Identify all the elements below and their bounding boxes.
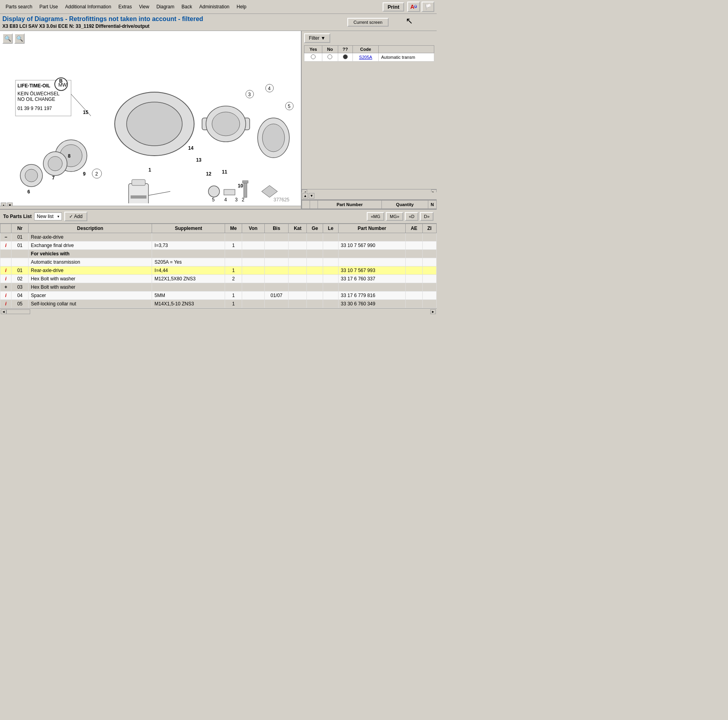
row-me: 1 xyxy=(225,266,242,275)
svg-text:10: 10 xyxy=(238,183,243,189)
svg-text:2: 2 xyxy=(95,171,98,177)
row-bis xyxy=(264,283,289,291)
filter-hscroll[interactable]: ◄ ► xyxy=(302,189,437,192)
parts-toolbar: To Parts List New list ✓ Add «MG MG» «D … xyxy=(0,210,437,224)
row-bis xyxy=(264,300,289,308)
nav-mg-next[interactable]: MG» xyxy=(386,212,403,221)
svg-text:MW: MW xyxy=(58,82,67,88)
row-zi xyxy=(422,291,437,300)
page-subtitle: X3 E83 LCI SAV X3 3.0si ECE N: 33_1192 D… xyxy=(2,23,302,29)
add-button[interactable]: ✓ Add xyxy=(64,212,87,221)
svg-rect-52 xyxy=(244,181,247,197)
row-ae xyxy=(406,241,422,250)
col-kat: Kat xyxy=(289,224,307,233)
menu-parts-search[interactable]: Parts search xyxy=(2,3,35,11)
svg-text:1: 1 xyxy=(148,167,151,173)
panel-nav-down[interactable]: ▼ xyxy=(309,193,314,199)
row-bis xyxy=(264,258,289,266)
row-bis xyxy=(264,250,289,258)
menu-additional-info[interactable]: Additional Information xyxy=(62,3,114,11)
row-desc: Hex Bolt with washer xyxy=(28,283,152,291)
icon-flag-button[interactable]: 🏳️ xyxy=(422,2,434,12)
diagram-content: LIFE-TIME-OIL B MW KEIN ÖLWECHSEL NO OIL… xyxy=(0,31,301,209)
row-me: 2 xyxy=(225,275,242,283)
nav-d-next[interactable]: D» xyxy=(420,212,433,221)
menu-back[interactable]: Back xyxy=(178,3,195,11)
row-von xyxy=(242,266,264,275)
svg-text:5: 5 xyxy=(212,197,215,203)
row-nr: 01 xyxy=(12,241,28,250)
parts-col-n: N xyxy=(428,201,437,209)
filter-content-area xyxy=(302,64,437,189)
filter-yes-radio[interactable] xyxy=(304,53,322,62)
cursor-icon: ↖ xyxy=(406,16,413,26)
filter-table: Yes No ?? Code S205A A xyxy=(304,45,434,62)
row-part-number xyxy=(338,233,406,241)
filter-button[interactable]: Filter ▼ xyxy=(304,33,330,43)
menu-diagram[interactable]: Diagram xyxy=(153,3,177,11)
row-supplement: M12X1,5X80 ZNS3 xyxy=(152,275,225,283)
row-me: 1 xyxy=(225,291,242,300)
row-ge xyxy=(307,241,323,250)
menu-extras[interactable]: Extras xyxy=(115,3,135,11)
row-von xyxy=(242,275,264,283)
svg-text:3: 3 xyxy=(235,197,238,203)
print-button[interactable]: Print xyxy=(383,2,404,12)
svg-text:NO OIL CHANGE: NO OIL CHANGE xyxy=(17,97,55,102)
parts-header-section: Part Number Quantity N xyxy=(302,199,437,209)
row-icon: + xyxy=(0,283,12,291)
menu-view[interactable]: View xyxy=(136,3,152,11)
row-nr xyxy=(12,250,28,258)
row-le xyxy=(323,250,338,258)
row-desc: Hex Bolt with washer xyxy=(28,275,152,283)
row-zi xyxy=(422,266,437,275)
menu-part-use[interactable]: Part Use xyxy=(36,3,61,11)
svg-point-47 xyxy=(208,186,220,197)
right-panel-upper: Filter ▼ Yes No ?? Code xyxy=(302,31,437,209)
zoom-in-button[interactable]: 🔍 xyxy=(2,33,13,44)
svg-point-28 xyxy=(212,112,240,136)
row-von xyxy=(242,291,264,300)
icon-a-button[interactable]: AÜ xyxy=(407,2,420,12)
menu-administration[interactable]: Administration xyxy=(196,3,233,11)
row-ge xyxy=(307,291,323,300)
row-ge xyxy=(307,300,323,308)
row-le xyxy=(323,291,338,300)
row-ae xyxy=(406,250,422,258)
diagram-hscroll[interactable] xyxy=(0,206,301,209)
zoom-out-button[interactable]: 🔍 xyxy=(14,33,25,44)
svg-text:11: 11 xyxy=(222,169,227,175)
row-zi xyxy=(422,300,437,308)
row-supplement xyxy=(152,283,225,291)
svg-text:2: 2 xyxy=(242,197,245,203)
row-zi xyxy=(422,258,437,266)
filter-code[interactable]: S205A xyxy=(353,53,379,62)
new-list-dropdown[interactable]: New list xyxy=(34,212,62,220)
nav-mg-prev[interactable]: «MG xyxy=(367,212,384,221)
row-ae xyxy=(406,275,422,283)
row-supplement: I=3,73 xyxy=(152,241,225,250)
svg-text:14: 14 xyxy=(188,145,194,151)
scroll-right[interactable]: ► xyxy=(430,309,436,314)
filter-col-code: Code xyxy=(353,46,379,53)
row-part-number xyxy=(338,258,406,266)
bottom-scrollbar[interactable]: ◄ ► xyxy=(0,308,437,315)
filter-maybe-radio[interactable] xyxy=(338,53,352,62)
menu-help[interactable]: Help xyxy=(233,3,250,11)
col-part-number: Part Number xyxy=(338,224,406,233)
nav-d-prev[interactable]: «D xyxy=(405,212,418,221)
current-screen-button[interactable]: Current screen xyxy=(347,18,389,27)
col-nr: Nr xyxy=(12,224,28,233)
row-ae xyxy=(406,283,422,291)
row-icon: − xyxy=(0,233,12,241)
panel-nav-up[interactable]: ▲ xyxy=(302,193,308,199)
row-bis xyxy=(264,233,289,241)
svg-point-30 xyxy=(262,124,285,152)
scroll-thumb[interactable] xyxy=(6,309,30,314)
scroll-left[interactable]: ◄ xyxy=(1,309,6,314)
svg-text:9: 9 xyxy=(83,171,86,177)
filter-no-radio[interactable] xyxy=(322,53,338,62)
filter-col-yes: Yes xyxy=(304,46,322,53)
svg-rect-42 xyxy=(129,183,148,203)
col-icon xyxy=(0,224,12,233)
